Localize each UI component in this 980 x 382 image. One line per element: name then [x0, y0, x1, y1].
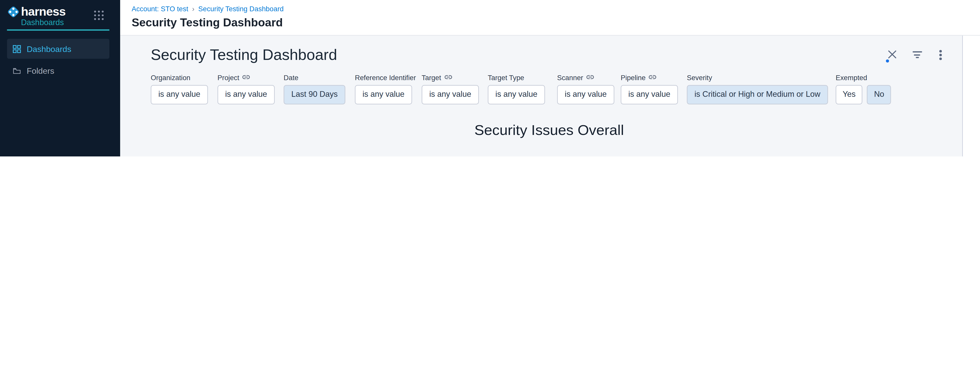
filter-label: Organization: [151, 73, 208, 81]
breadcrumb-page-link[interactable]: Security Testing Dashboard: [198, 5, 284, 13]
sidebar-divider: [7, 29, 109, 31]
kebab-menu-icon[interactable]: [935, 49, 946, 59]
sidebar-item-dashboards[interactable]: Dashboards: [7, 39, 109, 59]
exempted-yes-button[interactable]: Yes: [835, 85, 862, 105]
filter-label: Severity: [687, 73, 828, 81]
filter-pipeline: Pipeline is any value: [620, 73, 678, 105]
product-name: Dashboards: [21, 18, 64, 27]
exempted-no-button[interactable]: No: [867, 85, 891, 105]
harness-logo-icon: [7, 6, 20, 18]
chevron-right-icon: ›: [192, 5, 194, 13]
filter-label: Project: [218, 73, 239, 81]
sidebar-item-label: Folders: [27, 66, 54, 76]
dashboard-content: Security Testing Dashboard Organization …: [120, 36, 962, 157]
link-icon: [243, 74, 250, 81]
filter-label: Pipeline: [620, 73, 646, 81]
filter-label: Exempted: [835, 73, 891, 81]
filter-label: Target: [422, 73, 441, 81]
brand-name: harness: [21, 5, 65, 19]
filter-scanner: Scanner is any value: [557, 73, 614, 105]
dashboard-title: Security Testing Dashboard: [151, 46, 337, 64]
scrollbar[interactable]: [962, 36, 980, 157]
dashboard-filters-icon[interactable]: [912, 49, 922, 59]
app-window: harness Dashboards Dashboards: [0, 0, 980, 157]
brand[interactable]: harness: [7, 5, 65, 19]
filter-target: Target is any value: [422, 73, 479, 105]
breadcrumb-account-link[interactable]: Account: STO test: [132, 5, 188, 13]
filter-label: Scanner: [557, 73, 583, 81]
filter-reference-identifier: Reference Identifier is any value: [355, 73, 416, 105]
link-icon: [649, 74, 657, 81]
section-title: Security Issues Overall: [151, 122, 947, 139]
close-icon[interactable]: [887, 49, 897, 59]
app-switcher-icon[interactable]: [94, 11, 105, 22]
filter-value-chip[interactable]: is any value: [422, 85, 479, 105]
notification-dot: [886, 59, 889, 62]
filter-severity: Severity is Critical or High or Medium o…: [687, 73, 828, 105]
filter-value-chip[interactable]: is Critical or High or Medium or Low: [687, 85, 828, 105]
filter-value-chip[interactable]: is any value: [488, 85, 545, 105]
filter-value-chip[interactable]: is any value: [620, 85, 678, 105]
filter-project: Project is any value: [218, 73, 275, 105]
filter-organization: Organization is any value: [151, 73, 208, 105]
filter-value-chip[interactable]: is any value: [151, 85, 208, 105]
filter-target-type: Target Type is any value: [488, 73, 545, 105]
sidebar-item-folders[interactable]: Folders: [7, 61, 109, 81]
sidebar: harness Dashboards Dashboards: [0, 0, 120, 157]
filter-date: Date Last 90 Days: [283, 73, 345, 105]
breadcrumb: Account: STO test › Security Testing Das…: [132, 5, 284, 13]
filter-value-chip[interactable]: is any value: [355, 85, 412, 105]
filter-value-chip[interactable]: is any value: [557, 85, 614, 105]
folder-icon: [13, 67, 21, 75]
filter-value-chip[interactable]: Last 90 Days: [283, 85, 345, 105]
link-icon: [444, 74, 452, 81]
page-title: Security Testing Dashboard: [132, 16, 283, 29]
dashboards-icon: [13, 45, 21, 53]
link-icon: [586, 74, 594, 81]
filter-value-chip[interactable]: is any value: [218, 85, 275, 105]
filter-label: Reference Identifier: [355, 73, 416, 81]
top-header: Account: STO test › Security Testing Das…: [120, 0, 980, 36]
filter-label: Target Type: [488, 73, 545, 81]
filter-label: Date: [283, 73, 345, 81]
sidebar-item-label: Dashboards: [27, 44, 71, 54]
filter-exempted: Exempted Yes No: [835, 73, 891, 105]
